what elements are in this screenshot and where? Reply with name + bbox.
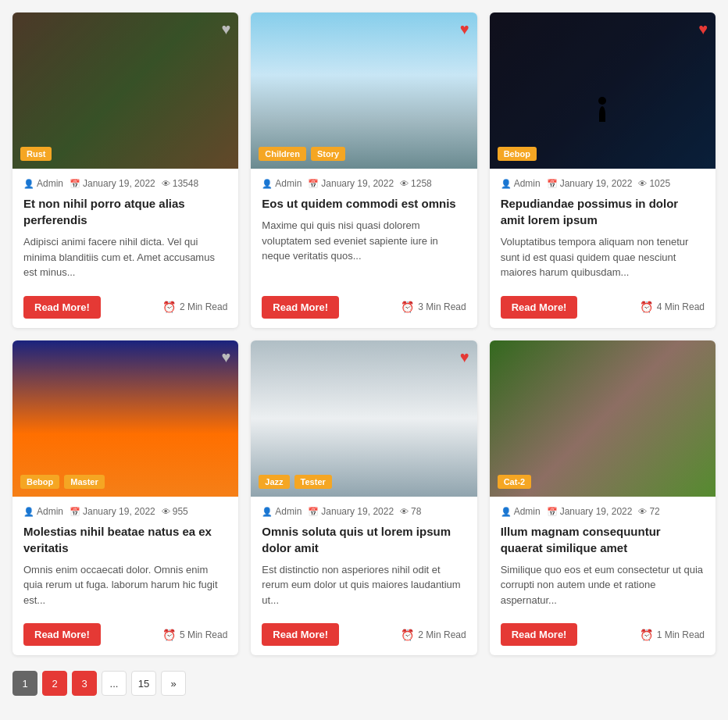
heart-icon[interactable]: ♥ <box>221 20 230 38</box>
card-meta: Admin January 19, 2022 78 <box>262 506 466 517</box>
tag: Children <box>259 147 306 161</box>
person-icon <box>501 506 512 517</box>
read-time: 3 Min Read <box>418 301 466 312</box>
calendar-icon <box>547 506 558 517</box>
min-read: ⏰ 1 Min Read <box>640 629 705 641</box>
min-read: ⏰ 2 Min Read <box>401 629 466 641</box>
heart-icon[interactable]: ♥ <box>460 20 469 38</box>
page-btn-3[interactable]: 3 <box>72 671 97 696</box>
min-read: ⏰ 4 Min Read <box>640 301 705 313</box>
eye-icon <box>638 506 647 517</box>
calendar-icon <box>308 178 319 189</box>
read-more-button[interactable]: Read More! <box>501 296 578 319</box>
author-meta: Admin <box>262 178 302 189</box>
page-btn-»[interactable]: » <box>161 671 186 696</box>
calendar-icon <box>70 506 80 517</box>
author-name: Admin <box>275 178 302 189</box>
eye-icon <box>400 506 409 517</box>
tag: Master <box>64 475 104 489</box>
card-meta: Admin January 19, 2022 955 <box>23 506 227 517</box>
calendar-icon <box>547 178 558 189</box>
min-read: ⏰ 2 Min Read <box>162 301 227 313</box>
views-meta: 72 <box>638 506 659 517</box>
author-meta: Admin <box>501 178 541 189</box>
card-excerpt: Voluptatibus tempora aliquam non tenetur… <box>501 234 705 280</box>
card-footer: Read More! ⏰ 4 Min Read <box>501 290 705 319</box>
read-more-button[interactable]: Read More! <box>262 296 339 319</box>
card-image-wrapper: ♥ BebopMaster <box>12 340 238 497</box>
card-1: ♥ Rust Admin January 19, 2022 13548 <box>12 12 238 328</box>
author-meta: Admin <box>23 506 63 517</box>
calendar-icon <box>70 178 80 189</box>
card-body: Admin January 19, 2022 78 Omnis soluta q… <box>251 497 476 656</box>
card-title: Et non nihil porro atque alias perferend… <box>23 195 227 228</box>
page-btn-2[interactable]: 2 <box>42 671 67 696</box>
person-icon <box>262 506 273 517</box>
card-5: ♥ JazzTester Admin January 19, 2022 78 <box>251 340 476 656</box>
tag: Story <box>311 147 345 161</box>
pagination: 123...15» <box>12 671 716 696</box>
views-meta: 13548 <box>162 178 198 189</box>
author-name: Admin <box>514 178 541 189</box>
card-body: Admin January 19, 2022 1258 Eos ut quide… <box>251 169 476 328</box>
tag: Rust <box>20 147 52 161</box>
card-image <box>12 340 238 497</box>
person-icon <box>262 178 273 189</box>
card-title: Omnis soluta quis ut lorem ipsum dolor a… <box>262 523 466 556</box>
view-count: 1258 <box>411 178 432 189</box>
read-more-button[interactable]: Read More! <box>262 623 339 646</box>
card-excerpt: Adipisci animi facere nihil dicta. Vel q… <box>23 234 227 280</box>
card-title: Illum magnam consequuntur quaerat simili… <box>501 523 705 556</box>
date-meta: January 19, 2022 <box>70 178 155 189</box>
card-image-wrapper: ♥ Rust <box>12 12 238 169</box>
date-meta: January 19, 2022 <box>70 506 155 517</box>
views-meta: 1258 <box>400 178 432 189</box>
article-grid: ♥ Rust Admin January 19, 2022 13548 <box>12 12 716 655</box>
eye-icon <box>400 178 409 189</box>
read-more-button[interactable]: Read More! <box>23 623 101 646</box>
eye-icon <box>162 178 170 189</box>
card-image <box>12 12 238 169</box>
card-2: ♥ ChildrenStory Admin January 19, 2022 <box>251 12 476 328</box>
page-btn-...[interactable]: ... <box>102 671 127 696</box>
clock-icon: ⏰ <box>640 301 653 313</box>
tag-group: Rust <box>20 147 52 161</box>
card-image-wrapper: ♥ Bebop <box>490 12 716 169</box>
card-body: Admin January 19, 2022 955 Molestias nih… <box>12 497 238 656</box>
date-meta: January 19, 2022 <box>308 506 394 517</box>
card-footer: Read More! ⏰ 5 Min Read <box>23 617 227 646</box>
heart-icon[interactable]: ♥ <box>221 348 230 366</box>
author-meta: Admin <box>262 506 302 517</box>
calendar-icon <box>308 506 319 517</box>
card-image <box>490 340 716 497</box>
card-footer: Read More! ⏰ 2 Min Read <box>23 290 227 319</box>
tag: Jazz <box>259 475 289 489</box>
post-date: January 19, 2022 <box>321 178 394 189</box>
min-read: ⏰ 3 Min Read <box>401 301 466 313</box>
read-time: 1 Min Read <box>657 629 705 640</box>
tag-group: JazzTester <box>259 475 331 489</box>
card-image-wrapper: ♥ ChildrenStory <box>251 12 476 169</box>
card-footer: Read More! ⏰ 1 Min Read <box>501 617 705 646</box>
tag-group: ChildrenStory <box>259 147 345 161</box>
view-count: 13548 <box>173 178 198 189</box>
date-meta: January 19, 2022 <box>547 178 633 189</box>
clock-icon: ⏰ <box>162 301 176 313</box>
heart-icon[interactable]: ♥ <box>698 20 708 38</box>
post-date: January 19, 2022 <box>83 506 155 517</box>
tag-group: Cat-2 <box>498 475 532 489</box>
heart-icon[interactable]: ♥ <box>460 348 469 366</box>
read-more-button[interactable]: Read More! <box>23 296 101 319</box>
eye-icon <box>638 178 647 189</box>
card-footer: Read More! ⏰ 3 Min Read <box>262 290 466 319</box>
post-date: January 19, 2022 <box>560 506 633 517</box>
tag-group: BebopMaster <box>20 475 105 489</box>
card-body: Admin January 19, 2022 13548 Et non nihi… <box>12 169 238 328</box>
views-meta: 1025 <box>638 178 670 189</box>
page-btn-1[interactable]: 1 <box>12 671 37 696</box>
card-4: ♥ BebopMaster Admin January 19, 2022 95 <box>12 340 238 656</box>
read-more-button[interactable]: Read More! <box>501 623 578 646</box>
page-btn-15[interactable]: 15 <box>131 671 156 696</box>
author-name: Admin <box>37 178 63 189</box>
view-count: 78 <box>411 506 421 517</box>
